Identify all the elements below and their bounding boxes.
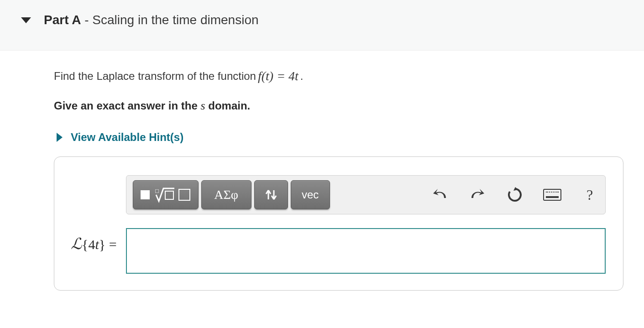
- math-templates-button[interactable]: □: [133, 180, 199, 209]
- collapse-caret-icon[interactable]: [21, 17, 31, 23]
- caret-right-icon: [57, 133, 63, 142]
- prompt-lead: Find the Laplace transform of the functi…: [54, 70, 256, 83]
- svg-rect-0: [141, 190, 150, 199]
- prompt-tail: .: [300, 70, 304, 83]
- undo-button[interactable]: [431, 186, 449, 204]
- answer-container: ℒ{4t} = □: [54, 156, 623, 291]
- subsup-icon: [262, 186, 280, 204]
- instruction-var: s: [200, 99, 205, 112]
- greek-symbols-button[interactable]: ΑΣφ: [201, 180, 251, 209]
- redo-icon: [470, 188, 485, 202]
- help-button[interactable]: ?: [581, 186, 599, 204]
- answer-row: ℒ{4t} = □: [71, 175, 606, 274]
- reset-button[interactable]: [506, 186, 524, 204]
- svg-text:□: □: [155, 187, 159, 194]
- undo-icon: [432, 188, 448, 202]
- prompt-text: Find the Laplace transform of the functi…: [54, 69, 630, 83]
- prompt-math: f(t) = 4t: [258, 69, 298, 83]
- vector-label: vec: [302, 188, 319, 201]
- toolbar-right: ?: [431, 186, 599, 204]
- redo-button[interactable]: [468, 186, 487, 204]
- toolbar-group-templates: □ ΑΣφ: [133, 180, 330, 209]
- math-templates-icon: □: [139, 185, 193, 205]
- equation-toolbar: □ ΑΣφ: [126, 175, 606, 214]
- subscript-superscript-button[interactable]: [254, 180, 288, 209]
- reset-icon: [507, 187, 523, 203]
- part-title: Part A - Scaling in the time dimension: [44, 13, 259, 27]
- part-separator: -: [81, 13, 92, 27]
- question-body: Find the Laplace transform of the functi…: [0, 51, 630, 291]
- keyboard-button[interactable]: [543, 186, 561, 204]
- instruction-tail: domain.: [205, 99, 251, 112]
- svg-rect-3: [179, 189, 190, 200]
- part-label: Part A: [44, 13, 81, 27]
- instruction-lead: Give an exact answer in the: [54, 99, 200, 112]
- part-header-inner: Part A - Scaling in the time dimension: [0, 13, 644, 27]
- answer-editor: □ ΑΣφ: [126, 175, 606, 274]
- hints-label: View Available Hint(s): [71, 131, 183, 144]
- answer-prefix: ℒ{4t} =: [71, 175, 117, 253]
- hints-toggle[interactable]: View Available Hint(s): [54, 131, 630, 144]
- svg-rect-2: [165, 191, 173, 199]
- greek-symbols-label: ΑΣφ: [214, 187, 238, 202]
- instruction-text: Give an exact answer in the s domain.: [54, 99, 630, 113]
- vector-button[interactable]: vec: [291, 180, 330, 209]
- help-label: ?: [586, 187, 593, 203]
- keyboard-icon: [543, 189, 561, 201]
- part-subtitle: Scaling in the time dimension: [92, 13, 258, 27]
- answer-input[interactable]: [126, 228, 606, 274]
- part-header: Part A - Scaling in the time dimension: [0, 0, 644, 51]
